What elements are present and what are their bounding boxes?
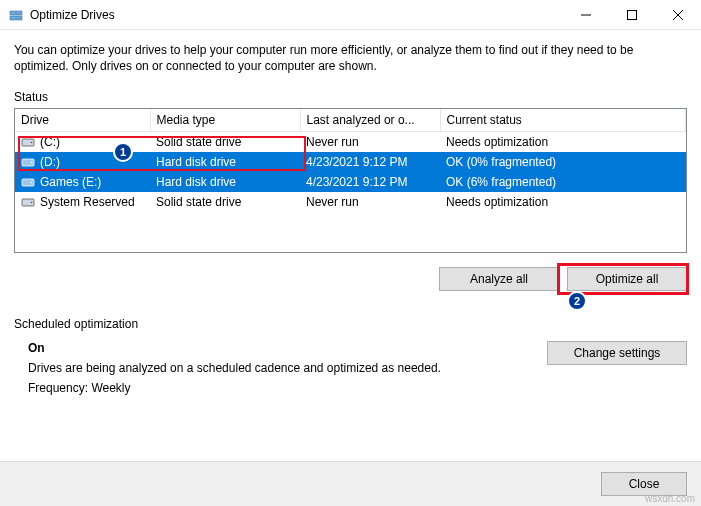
- col-header-last[interactable]: Last analyzed or o...: [300, 109, 440, 132]
- close-button[interactable]: Close: [601, 472, 687, 496]
- drives-table: Drive Media type Last analyzed or o... C…: [15, 109, 686, 212]
- scheduled-desc: Drives are being analyzed on a scheduled…: [28, 361, 527, 375]
- titlebar: Optimize Drives: [0, 0, 701, 30]
- drive-status: OK (0% fragmented): [440, 152, 686, 172]
- drive-media: Hard disk drive: [150, 172, 300, 192]
- col-header-drive[interactable]: Drive: [15, 109, 150, 132]
- svg-point-2: [12, 12, 13, 13]
- footer: Close: [0, 461, 701, 506]
- drive-status: Needs optimization: [440, 132, 686, 153]
- drive-status: OK (6% fragmented): [440, 172, 686, 192]
- drive-name: Games (E:): [40, 175, 101, 189]
- svg-point-15: [31, 202, 33, 204]
- analyze-all-button[interactable]: Analyze all: [439, 267, 559, 291]
- minimize-button[interactable]: [563, 0, 609, 30]
- scheduled-frequency: Frequency: Weekly: [28, 381, 527, 395]
- change-settings-button[interactable]: Change settings: [547, 341, 687, 365]
- drive-icon: [21, 176, 35, 188]
- col-header-status[interactable]: Current status: [440, 109, 686, 132]
- drive-last: Never run: [300, 192, 440, 212]
- drive-last: 4/23/2021 9:12 PM: [300, 172, 440, 192]
- drive-media: Solid state drive: [150, 192, 300, 212]
- svg-point-3: [12, 17, 13, 18]
- svg-rect-5: [628, 10, 637, 19]
- drives-table-container: Drive Media type Last analyzed or o... C…: [14, 108, 687, 253]
- frequency-label: Frequency:: [28, 381, 91, 395]
- annotation-badge-2: 2: [567, 291, 587, 311]
- svg-rect-0: [10, 11, 22, 15]
- svg-point-9: [31, 142, 33, 144]
- scheduled-label: Scheduled optimization: [14, 317, 687, 331]
- scheduled-on: On: [28, 341, 527, 355]
- optimize-all-button[interactable]: Optimize all: [567, 267, 687, 291]
- drive-icon: [21, 136, 35, 148]
- table-row[interactable]: (D:) Hard disk drive 4/23/2021 9:12 PM O…: [15, 152, 686, 172]
- drive-last: Never run: [300, 132, 440, 153]
- drive-media: Solid state drive: [150, 132, 300, 153]
- scheduled-section: Scheduled optimization On Drives are bei…: [14, 317, 687, 395]
- drive-icon: [21, 196, 35, 208]
- intro-text: You can optimize your drives to help you…: [14, 42, 687, 74]
- frequency-value: Weekly: [91, 381, 130, 395]
- svg-point-11: [31, 162, 33, 164]
- window-controls: [563, 0, 701, 30]
- table-row[interactable]: System Reserved Solid state drive Never …: [15, 192, 686, 212]
- drive-status: Needs optimization: [440, 192, 686, 212]
- drive-icon: [21, 156, 35, 168]
- svg-point-13: [31, 182, 33, 184]
- drive-last: 4/23/2021 9:12 PM: [300, 152, 440, 172]
- close-window-button[interactable]: [655, 0, 701, 30]
- app-icon: [8, 7, 24, 23]
- status-label: Status: [14, 90, 687, 104]
- drive-name: System Reserved: [40, 195, 135, 209]
- drive-name: (C:): [40, 135, 60, 149]
- maximize-button[interactable]: [609, 0, 655, 30]
- svg-rect-1: [10, 16, 22, 20]
- col-header-media[interactable]: Media type: [150, 109, 300, 132]
- content-area: You can optimize your drives to help you…: [0, 30, 701, 403]
- drive-name: (D:): [40, 155, 60, 169]
- drive-media: Hard disk drive: [150, 152, 300, 172]
- table-row[interactable]: (C:) Solid state drive Never run Needs o…: [15, 132, 686, 153]
- table-row[interactable]: Games (E:) Hard disk drive 4/23/2021 9:1…: [15, 172, 686, 192]
- window-title: Optimize Drives: [30, 8, 115, 22]
- action-button-row: Analyze all Optimize all 2: [14, 267, 687, 291]
- table-header-row: Drive Media type Last analyzed or o... C…: [15, 109, 686, 132]
